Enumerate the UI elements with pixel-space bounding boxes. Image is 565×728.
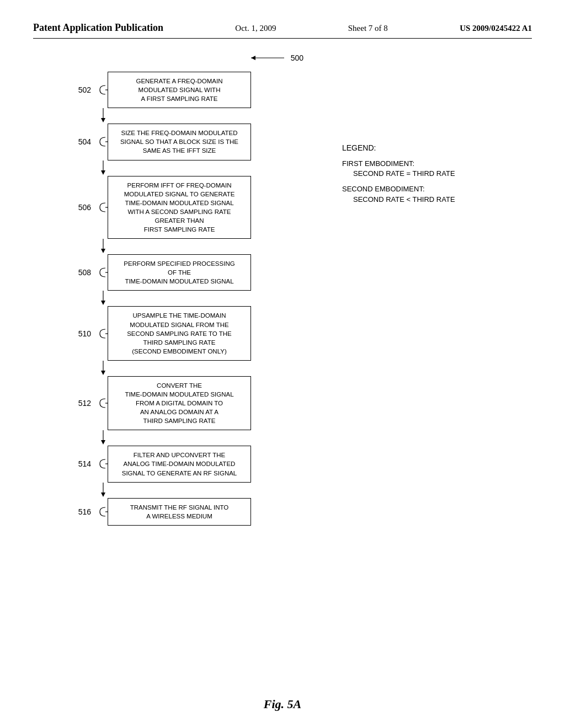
step-id-514: 514 [66, 459, 91, 468]
step-box-510: UPSAMPLE THE TIME-DOMAINMODULATED SIGNAL… [108, 306, 251, 360]
legend-title: LEGEND: [342, 143, 532, 152]
svg-marker-1 [251, 56, 255, 60]
svg-marker-13 [101, 301, 105, 305]
bracket-514 [98, 458, 108, 469]
step-box-516: TRANSMIT THE RF SIGNAL INTOA WIRELESS ME… [108, 498, 251, 526]
arrow-510-512 [98, 361, 109, 376]
svg-marker-7 [101, 170, 105, 175]
arrow-512-514 [98, 430, 109, 446]
legend-item-2-sub: SECOND RATE < THIRD RATE [353, 195, 532, 205]
step-id-512: 512 [66, 399, 91, 408]
arrow-508-510 [98, 291, 109, 306]
step-id-506: 506 [66, 203, 91, 212]
legend-item-1-title: FIRST EMBODIMENT: [342, 159, 532, 169]
bracket-502 [98, 84, 108, 95]
header-patent: US 2009/0245422 A1 [460, 24, 532, 33]
flowchart: 500 502 GENERATE A FREQ-DOMAINMODULATED … [33, 55, 320, 673]
header-date: Oct. 1, 2009 [235, 24, 276, 33]
step-row-514: 514 FILTER AND UPCONVERT THEANALOG TIME-… [66, 446, 251, 482]
diagram-label-area: 500 [240, 50, 303, 66]
svg-marker-10 [101, 249, 105, 253]
page: Patent Application Publication Oct. 1, 2… [0, 0, 565, 728]
arrow-506-508 [98, 239, 109, 254]
legend-col: LEGEND: FIRST EMBODIMENT: SECOND RATE = … [320, 55, 532, 673]
step-id-508: 508 [66, 268, 91, 277]
step-row-506: 506 PERFORM IFFT OF FREQ-DOMAINMODULATED… [66, 176, 251, 239]
legend-item-1: FIRST EMBODIMENT: SECOND RATE = THIRD RA… [342, 159, 532, 179]
header-sheet: Sheet 7 of 8 [348, 24, 388, 33]
step-box-514: FILTER AND UPCONVERT THEANALOG TIME-DOMA… [108, 446, 251, 482]
bracket-510 [98, 328, 108, 339]
arrow-504-506 [98, 160, 109, 176]
step-box-508: PERFORM SPECIFIED PROCESSINGOF THETIME-D… [108, 254, 251, 291]
arrow-502-504 [98, 108, 109, 124]
step-row-502: 502 GENERATE A FREQ-DOMAINMODULATED SIGN… [66, 72, 251, 108]
svg-marker-16 [101, 371, 105, 375]
step-row-510: 510 UPSAMPLE THE TIME-DOMAINMODULATED SI… [66, 306, 251, 360]
header: Patent Application Publication Oct. 1, 2… [33, 22, 532, 39]
step-id-510: 510 [66, 329, 91, 338]
bracket-508 [98, 267, 108, 278]
step-row-516: 516 TRANSMIT THE RF SIGNAL INTOA WIRELES… [66, 498, 251, 526]
step-row-504: 504 SIZE THE FREQ-DOMAIN MODULATEDSIGNAL… [66, 124, 251, 160]
header-title: Patent Application Publication [33, 22, 163, 34]
step-box-506: PERFORM IFFT OF FREQ-DOMAINMODULATED SIG… [108, 176, 251, 239]
step-box-502: GENERATE A FREQ-DOMAINMODULATED SIGNAL W… [108, 72, 251, 108]
bracket-516 [98, 506, 108, 517]
bracket-512 [98, 398, 108, 409]
main-content: 500 502 GENERATE A FREQ-DOMAINMODULATED … [33, 55, 532, 673]
arrow-514-516 [98, 483, 109, 498]
svg-marker-19 [101, 440, 105, 445]
bracket-506 [98, 202, 108, 213]
bracket-504 [98, 136, 108, 147]
svg-marker-4 [101, 118, 105, 122]
legend-item-2: SECOND EMBODIMENT: SECOND RATE < THIRD R… [342, 184, 532, 204]
step-row-512: 512 CONVERT THETIME-DOMAIN MODULATED SIG… [66, 376, 251, 430]
legend-item-1-sub: SECOND RATE = THIRD RATE [353, 169, 532, 179]
step-id-504: 504 [66, 137, 91, 146]
step-box-512: CONVERT THETIME-DOMAIN MODULATED SIGNALF… [108, 376, 251, 430]
step-id-502: 502 [66, 85, 91, 94]
step-row-508: 508 PERFORM SPECIFIED PROCESSINGOF THETI… [66, 254, 251, 291]
svg-marker-22 [101, 493, 105, 497]
step-box-504: SIZE THE FREQ-DOMAIN MODULATEDSIGNAL SO … [108, 124, 251, 160]
legend-item-2-title: SECOND EMBODIMENT: [342, 184, 532, 194]
diagram-500-label: 500 [291, 53, 303, 62]
figure-caption: Fig. 5A [0, 697, 565, 711]
step-id-516: 516 [66, 507, 91, 516]
